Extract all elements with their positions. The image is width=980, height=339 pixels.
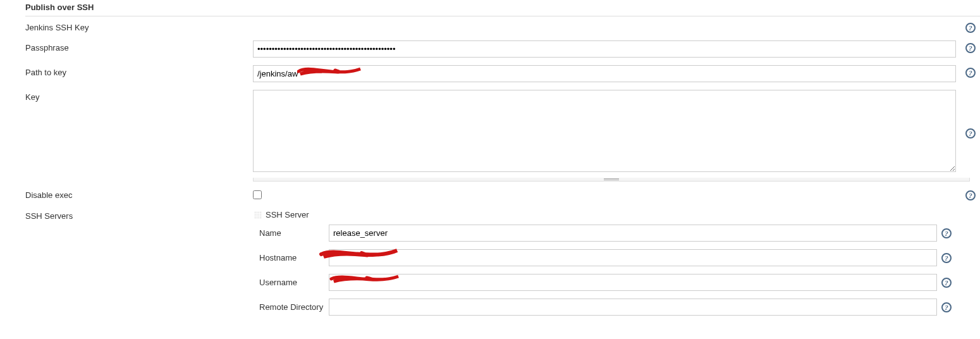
row-ssh-remote-dir: Remote Directory ? [253,295,956,319]
label-passphrase: Passphrase [0,40,253,52]
row-passphrase: Passphrase ? [0,37,980,61]
help-icon[interactable]: ? [941,253,952,263]
help-icon[interactable]: ? [965,43,976,53]
row-ssh-name: Name ? [253,221,956,245]
resize-handle[interactable] [253,178,970,182]
ssh-name-input[interactable] [329,225,937,242]
row-path-to-key: Path to key ? [0,61,980,86]
ssh-remote-dir-input[interactable] [329,299,937,316]
label-ssh-hostname: Hostname [253,253,329,262]
ssh-hostname-input[interactable] [329,249,937,266]
ssh-username-input[interactable] [329,274,937,291]
help-icon[interactable]: ? [965,23,976,33]
row-jenkins-ssh-key: Jenkins SSH Key ? [0,16,980,37]
help-icon[interactable]: ? [965,128,976,139]
row-ssh-username: Username ? [253,270,956,295]
disable-exec-checkbox[interactable] [253,190,262,199]
label-disable-exec: Disable exec [0,188,253,200]
drag-handle-icon[interactable] [254,211,262,219]
row-ssh-servers: SSH Servers SSH Server Name ? Hostname [0,205,980,323]
label-ssh-name: Name [253,228,329,238]
help-icon[interactable]: ? [965,68,976,78]
help-icon[interactable]: ? [965,190,976,200]
help-icon[interactable]: ? [941,302,952,312]
row-ssh-hostname: Hostname ? [253,245,956,270]
label-ssh-remote-dir: Remote Directory [253,302,329,312]
row-key: Key ? [0,86,980,178]
section-title: Publish over SSH [0,0,980,16]
label-ssh-servers: SSH Servers [0,209,253,221]
path-to-key-input[interactable] [253,65,956,82]
key-textarea[interactable] [253,90,956,172]
label-jenkins-ssh-key: Jenkins SSH Key [0,20,253,32]
help-icon[interactable]: ? [941,278,952,288]
label-path-to-key: Path to key [0,65,253,77]
passphrase-input[interactable] [253,40,956,58]
ssh-server-title: SSH Server [266,210,309,219]
label-ssh-username: Username [253,278,329,287]
help-icon[interactable]: ? [941,228,952,238]
label-key: Key [0,90,253,102]
ssh-server-header: SSH Server [253,209,956,221]
row-disable-exec: Disable exec ? [0,184,980,205]
